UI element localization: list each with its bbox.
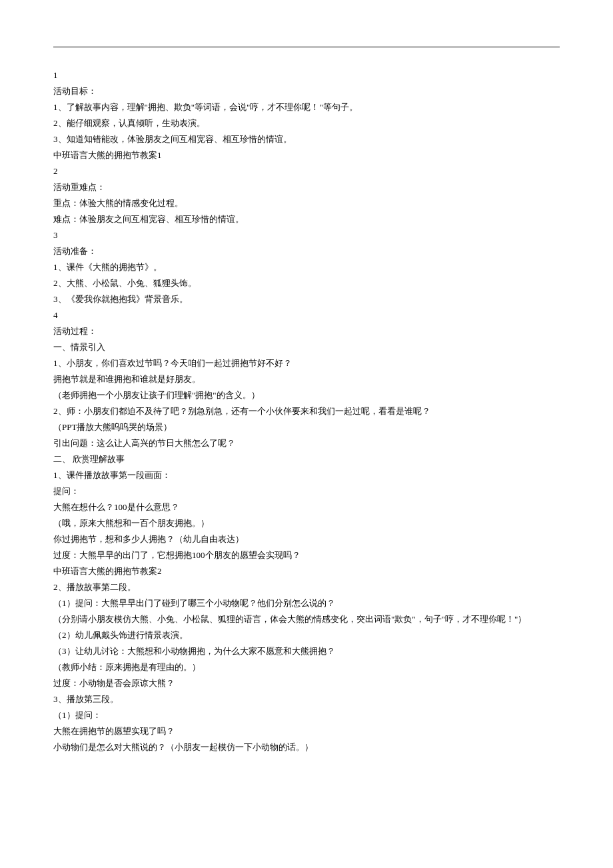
text-line: 大熊在想什么？100是什么意思？ [53, 499, 560, 515]
text-line: 1 [53, 67, 560, 83]
text-line: 2、播放故事第二段。 [53, 579, 560, 595]
text-line: （3）让幼儿讨论：大熊想和小动物拥抱，为什么大家不愿意和大熊拥抱？ [53, 643, 560, 659]
document-body: 1活动目标：1、了解故事内容，理解"拥抱、欺负"等词语，会说"哼，才不理你呢！"… [53, 67, 560, 755]
text-line: （教师小结：原来拥抱是有理由的。） [53, 659, 560, 675]
header-rule [53, 47, 560, 47]
text-line: 大熊在拥抱节的愿望实现了吗？ [53, 723, 560, 739]
text-line: 小动物们是怎么对大熊说的？（小朋友一起模仿一下小动物的话。） [53, 739, 560, 755]
text-line: 3、播放第三段。 [53, 691, 560, 707]
text-line: 中班语言大熊的拥抱节教案2 [53, 563, 560, 579]
text-line: 过度：小动物是否会原谅大熊？ [53, 675, 560, 691]
text-line: 2、能仔细观察，认真倾听，生动表演。 [53, 115, 560, 131]
text-line: 引出问题：这么让人高兴的节日大熊怎么了呢？ [53, 435, 560, 451]
text-line: （2）幼儿佩戴头饰进行情景表演。 [53, 627, 560, 643]
text-line: 你过拥抱节，想和多少人拥抱？（幼儿自由表达） [53, 531, 560, 547]
text-line: 难点：体验朋友之间互相宽容、相互珍惜的情谊。 [53, 211, 560, 227]
text-line: 提问： [53, 483, 560, 499]
text-line: （PPT播放大熊呜呜哭的场景） [53, 419, 560, 435]
text-line: 3、《爱我你就抱抱我》背景音乐。 [53, 291, 560, 307]
text-line: 重点：体验大熊的情感变化过程。 [53, 195, 560, 211]
text-line: （老师拥抱一个小朋友让孩子们理解"拥抱"的含义。） [53, 387, 560, 403]
text-line: 1、课件播放故事第一段画面： [53, 467, 560, 483]
text-line: （分别请小朋友模仿大熊、小兔、小松鼠、狐狸的语言，体会大熊的情感变化，突出词语"… [53, 611, 560, 627]
text-line: 活动准备： [53, 243, 560, 259]
text-line: 3、知道知错能改，体验朋友之间互相宽容、相互珍惜的情谊。 [53, 131, 560, 147]
text-line: 活动过程： [53, 323, 560, 339]
text-line: 2 [53, 163, 560, 179]
text-line: 二、 欣赏理解故事 [53, 451, 560, 467]
text-line: 4 [53, 307, 560, 323]
text-line: 1、了解故事内容，理解"拥抱、欺负"等词语，会说"哼，才不理你呢！"等句子。 [53, 99, 560, 115]
text-line: （哦，原来大熊想和一百个朋友拥抱。） [53, 515, 560, 531]
text-line: （1）提问： [53, 707, 560, 723]
text-line: 2、大熊、小松鼠、小兔、狐狸头饰。 [53, 275, 560, 291]
text-line: 过度：大熊早早的出门了，它想拥抱100个朋友的愿望会实现吗？ [53, 547, 560, 563]
text-line: 2、师：小朋友们都迫不及待了吧？别急别急，还有一个小伙伴要来和我们一起过呢，看看… [53, 403, 560, 419]
text-line: 3 [53, 227, 560, 243]
text-line: 拥抱节就是和谁拥抱和谁就是好朋友。 [53, 371, 560, 387]
text-line: 一、情景引入 [53, 339, 560, 355]
document-page: 1活动目标：1、了解故事内容，理解"拥抱、欺负"等词语，会说"哼，才不理你呢！"… [0, 0, 613, 795]
text-line: 中班语言大熊的拥抱节教案1 [53, 147, 560, 163]
text-line: 活动重难点： [53, 179, 560, 195]
text-line: 活动目标： [53, 83, 560, 99]
text-line: （1）提问：大熊早早出门了碰到了哪三个小动物呢？他们分别怎么说的？ [53, 595, 560, 611]
text-line: 1、小朋友，你们喜欢过节吗？今天咱们一起过拥抱节好不好？ [53, 355, 560, 371]
text-line: 1、课件《大熊的拥抱节》。 [53, 259, 560, 275]
